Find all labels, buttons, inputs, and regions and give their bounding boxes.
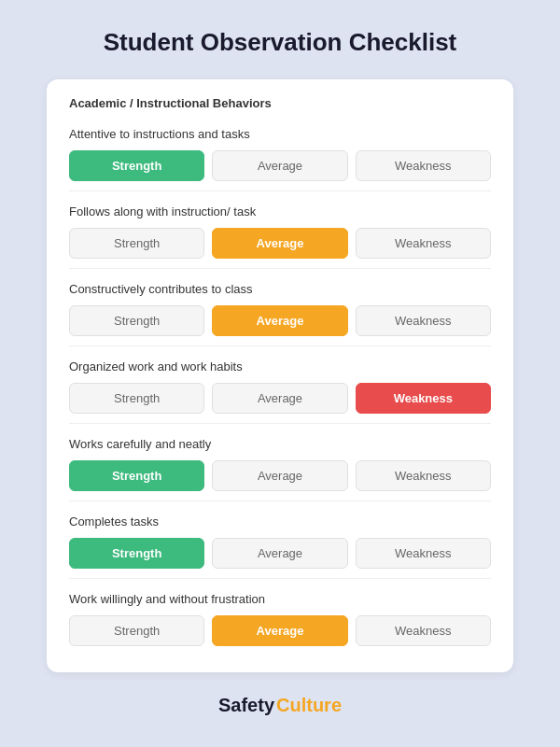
average-button-1[interactable]: Average bbox=[212, 150, 347, 181]
checklist-item-7: Work willingly and without frustrationSt… bbox=[69, 578, 491, 655]
checklist-items-container: Attentive to instructions and tasksStren… bbox=[69, 123, 491, 655]
strength-button-4[interactable]: Strength bbox=[69, 383, 204, 414]
section-header: Academic / Instructional Behaviors bbox=[69, 96, 491, 110]
weakness-button-4[interactable]: Weakness bbox=[356, 383, 491, 414]
btn-group-7: StrengthAverageWeakness bbox=[69, 615, 491, 646]
item-label-1: Attentive to instructions and tasks bbox=[69, 127, 491, 141]
strength-button-2[interactable]: Strength bbox=[69, 228, 204, 259]
checklist-item-2: Follows along with instruction/ taskStre… bbox=[69, 190, 491, 268]
item-label-3: Constructively contributes to class bbox=[69, 282, 491, 296]
average-button-7[interactable]: Average bbox=[212, 615, 347, 646]
checklist-item-1: Attentive to instructions and tasksStren… bbox=[69, 123, 491, 190]
btn-group-1: StrengthAverageWeakness bbox=[69, 150, 491, 181]
item-label-6: Completes tasks bbox=[69, 514, 491, 529]
btn-group-4: StrengthAverageWeakness bbox=[69, 383, 491, 414]
weakness-button-7[interactable]: Weakness bbox=[356, 615, 491, 646]
btn-group-3: StrengthAverageWeakness bbox=[69, 305, 491, 336]
average-button-6[interactable]: Average bbox=[212, 538, 347, 569]
weakness-button-1[interactable]: Weakness bbox=[356, 150, 491, 181]
footer-logo: Safety Culture bbox=[218, 695, 342, 716]
btn-group-2: StrengthAverageWeakness bbox=[69, 228, 491, 259]
strength-button-1[interactable]: Strength bbox=[69, 150, 204, 181]
page-title: Student Observation Checklist bbox=[104, 28, 457, 57]
checklist-card: Academic / Instructional Behaviors Atten… bbox=[47, 79, 513, 672]
item-label-4: Organized work and work habits bbox=[69, 359, 491, 374]
footer-culture-text: Culture bbox=[276, 695, 342, 716]
btn-group-5: StrengthAverageWeakness bbox=[69, 460, 491, 491]
average-button-2[interactable]: Average bbox=[212, 228, 347, 259]
checklist-item-5: Works carefully and neatlyStrengthAverag… bbox=[69, 423, 491, 500]
checklist-item-3: Constructively contributes to classStren… bbox=[69, 268, 491, 345]
checklist-item-6: Completes tasksStrengthAverageWeakness bbox=[69, 500, 491, 578]
item-label-5: Works carefully and neatly bbox=[69, 437, 491, 451]
strength-button-6[interactable]: Strength bbox=[69, 538, 204, 569]
strength-button-7[interactable]: Strength bbox=[69, 615, 204, 646]
btn-group-6: StrengthAverageWeakness bbox=[69, 538, 491, 569]
weakness-button-3[interactable]: Weakness bbox=[356, 305, 491, 336]
footer-safety-text: Safety bbox=[218, 695, 274, 716]
item-label-7: Work willingly and without frustration bbox=[69, 592, 491, 606]
average-button-3[interactable]: Average bbox=[212, 305, 347, 336]
average-button-4[interactable]: Average bbox=[212, 383, 347, 414]
weakness-button-5[interactable]: Weakness bbox=[356, 460, 491, 491]
strength-button-5[interactable]: Strength bbox=[69, 460, 204, 491]
item-label-2: Follows along with instruction/ task bbox=[69, 204, 491, 218]
weakness-button-2[interactable]: Weakness bbox=[356, 228, 491, 259]
checklist-item-4: Organized work and work habitsStrengthAv… bbox=[69, 345, 491, 423]
average-button-5[interactable]: Average bbox=[212, 460, 347, 491]
weakness-button-6[interactable]: Weakness bbox=[356, 538, 491, 569]
strength-button-3[interactable]: Strength bbox=[69, 305, 204, 336]
